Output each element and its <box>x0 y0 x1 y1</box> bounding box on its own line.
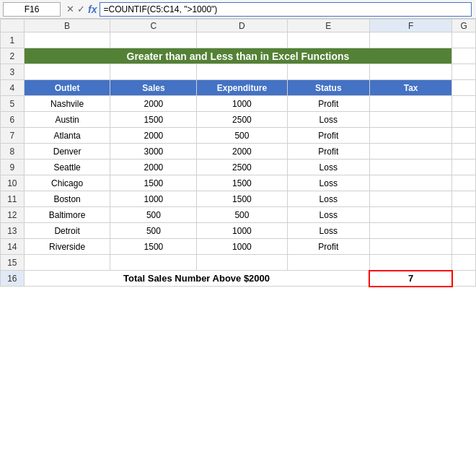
outlet-14[interactable]: Riverside <box>24 239 110 255</box>
header-tax: Tax <box>369 80 451 96</box>
outlet-13[interactable]: Detroit <box>24 223 110 239</box>
expenditure-10[interactable]: 1500 <box>197 175 287 191</box>
expenditure-7[interactable]: 500 <box>197 128 287 144</box>
tax-7[interactable] <box>369 128 451 144</box>
cell-f15[interactable] <box>369 255 451 271</box>
cell-g6[interactable] <box>452 112 476 128</box>
sales-12[interactable]: 500 <box>110 207 197 223</box>
status-12[interactable]: Loss <box>287 207 369 223</box>
outlet-12[interactable]: Baltimore <box>24 207 110 223</box>
row-num-4: 4 <box>1 80 25 96</box>
status-14[interactable]: Profit <box>287 239 369 255</box>
cell-e15[interactable] <box>287 255 369 271</box>
cell-c1[interactable] <box>110 32 197 48</box>
expenditure-8[interactable]: 2000 <box>197 144 287 160</box>
formula-icons: ✕ ✓ fx <box>63 4 100 15</box>
tax-13[interactable] <box>369 223 451 239</box>
cell-g5[interactable] <box>452 96 476 112</box>
expenditure-14[interactable]: 1000 <box>197 239 287 255</box>
sales-14[interactable]: 1500 <box>110 239 197 255</box>
tax-6[interactable] <box>369 112 451 128</box>
cell-g10[interactable] <box>452 175 476 191</box>
confirm-icon[interactable]: ✓ <box>77 4 85 14</box>
excel-wrapper: F16 ✕ ✓ fx B C <box>0 0 476 449</box>
tax-9[interactable] <box>369 160 451 175</box>
cell-c15[interactable] <box>110 255 197 271</box>
sales-6[interactable]: 1500 <box>110 112 197 128</box>
sales-11[interactable]: 1000 <box>110 191 197 207</box>
cell-g16[interactable] <box>452 271 476 287</box>
col-header-b[interactable]: B <box>24 19 110 32</box>
expenditure-11[interactable]: 1500 <box>197 191 287 207</box>
sales-9[interactable]: 2000 <box>110 160 197 175</box>
cell-b1[interactable] <box>24 32 110 48</box>
expenditure-13[interactable]: 1000 <box>197 223 287 239</box>
cell-f1[interactable] <box>369 32 451 48</box>
row-num-2: 2 <box>1 48 25 64</box>
tax-5[interactable] <box>369 96 451 112</box>
name-box[interactable]: F16 <box>3 2 61 17</box>
sales-10[interactable]: 1500 <box>110 175 197 191</box>
tax-11[interactable] <box>369 191 451 207</box>
cell-b3[interactable] <box>24 64 110 80</box>
cell-b15[interactable] <box>24 255 110 271</box>
outlet-6[interactable]: Austin <box>24 112 110 128</box>
tax-12[interactable] <box>369 207 451 223</box>
outlet-9[interactable]: Seattle <box>24 160 110 175</box>
col-header-f[interactable]: F <box>369 19 451 32</box>
status-10[interactable]: Loss <box>287 175 369 191</box>
expenditure-5[interactable]: 1000 <box>197 96 287 112</box>
expenditure-6[interactable]: 2500 <box>197 112 287 128</box>
outlet-11[interactable]: Boston <box>24 191 110 207</box>
status-6[interactable]: Loss <box>287 112 369 128</box>
sales-7[interactable]: 2000 <box>110 128 197 144</box>
cell-d3[interactable] <box>197 64 287 80</box>
cell-d15[interactable] <box>197 255 287 271</box>
cell-c3[interactable] <box>110 64 197 80</box>
cancel-icon[interactable]: ✕ <box>66 4 74 14</box>
cell-e3[interactable] <box>287 64 369 80</box>
title-cell: Greater than and Less than in Excel Func… <box>24 48 452 64</box>
cell-g15[interactable] <box>452 255 476 271</box>
row-num-6: 6 <box>1 112 25 128</box>
cell-g11[interactable] <box>452 191 476 207</box>
cell-g1[interactable] <box>452 32 476 48</box>
col-header-d[interactable]: D <box>197 19 287 32</box>
col-header-g[interactable]: G <box>452 19 476 32</box>
outlet-10[interactable]: Chicago <box>24 175 110 191</box>
sales-8[interactable]: 3000 <box>110 144 197 160</box>
status-13[interactable]: Loss <box>287 223 369 239</box>
status-11[interactable]: Loss <box>287 191 369 207</box>
tax-10[interactable] <box>369 175 451 191</box>
tax-8[interactable] <box>369 144 451 160</box>
cell-g14[interactable] <box>452 239 476 255</box>
cell-g8[interactable] <box>452 144 476 160</box>
col-header-c[interactable]: C <box>110 19 197 32</box>
sales-5[interactable]: 2000 <box>110 96 197 112</box>
status-5[interactable]: Profit <box>287 96 369 112</box>
cell-f3[interactable] <box>369 64 451 80</box>
status-8[interactable]: Profit <box>287 144 369 160</box>
outlet-5[interactable]: Nashvile <box>24 96 110 112</box>
tax-14[interactable] <box>369 239 451 255</box>
expenditure-9[interactable]: 2500 <box>197 160 287 175</box>
cell-g7[interactable] <box>452 128 476 144</box>
status-7[interactable]: Profit <box>287 128 369 144</box>
summary-value[interactable]: 7 <box>369 271 451 287</box>
expenditure-12[interactable]: 500 <box>197 207 287 223</box>
cell-g13[interactable] <box>452 223 476 239</box>
col-header-e[interactable]: E <box>287 19 369 32</box>
cell-g2[interactable] <box>452 48 476 64</box>
sales-13[interactable]: 500 <box>110 223 197 239</box>
insert-function-icon[interactable]: fx <box>88 4 97 15</box>
status-9[interactable]: Loss <box>287 160 369 175</box>
cell-g4[interactable] <box>452 80 476 96</box>
cell-e1[interactable] <box>287 32 369 48</box>
outlet-8[interactable]: Denver <box>24 144 110 160</box>
cell-d1[interactable] <box>197 32 287 48</box>
cell-g12[interactable] <box>452 207 476 223</box>
formula-input[interactable] <box>100 2 472 17</box>
cell-g9[interactable] <box>452 160 476 175</box>
cell-g3[interactable] <box>452 64 476 80</box>
outlet-7[interactable]: Atlanta <box>24 128 110 144</box>
